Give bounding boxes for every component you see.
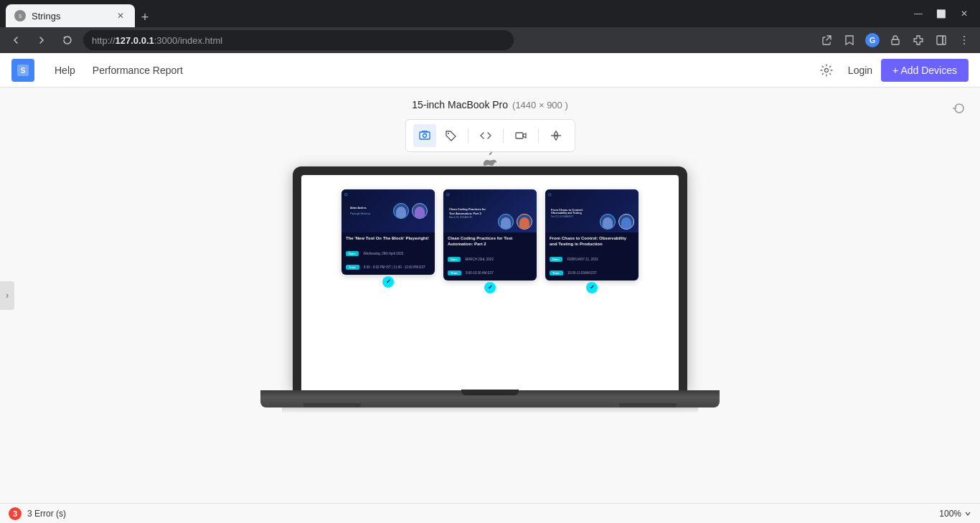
browser-frame: S Strings ✕ + — ⬜ ✕ http://127.0.0.1:300… xyxy=(0,0,980,523)
event-title-1: The 'New Tool On The Block' Playwright! xyxy=(346,236,430,242)
forward-button[interactable] xyxy=(32,30,52,50)
event-card-wrapper-2: ⬡ Clean Coding Practices for Test Automa… xyxy=(443,189,537,288)
event-card-1[interactable]: ⬡ Adam Andres Playwright Workshop xyxy=(341,189,435,275)
svg-point-6 xyxy=(963,39,965,41)
share-icon[interactable] xyxy=(816,30,837,50)
url-text: http://127.0.0.1:3000/index.html xyxy=(92,35,222,46)
extensions-icon[interactable] xyxy=(908,30,928,50)
svg-point-7 xyxy=(963,43,965,44)
tab-close-button[interactable]: ✕ xyxy=(115,10,126,22)
svg-point-11 xyxy=(423,134,426,138)
device-name: 15-inch MacBook Pro xyxy=(412,99,508,110)
zoom-control[interactable]: 100% xyxy=(939,509,971,519)
back-button[interactable] xyxy=(6,30,26,50)
bookmark-icon[interactable] xyxy=(839,30,859,50)
code-tool-button[interactable] xyxy=(474,124,497,147)
speaker-avatar-1b xyxy=(412,203,428,219)
toolbar-divider-1 xyxy=(468,128,468,143)
laptop-base xyxy=(260,390,720,407)
main-area: › 15-inch MacBook Pro (1440 × 900 ) xyxy=(0,88,980,503)
speaker-avatar-1a xyxy=(393,203,409,219)
card-logo-2: ⬡ xyxy=(446,192,449,197)
reload-button[interactable] xyxy=(57,30,77,50)
menu-icon[interactable] xyxy=(954,30,974,50)
event-card-wrapper-1: ⬡ Adam Andres Playwright Workshop xyxy=(341,189,435,282)
laptop-reflection xyxy=(282,407,698,413)
performance-report-nav-link[interactable]: Performance Report xyxy=(84,65,192,76)
screen-content: ⬡ Adam Andres Playwright Workshop xyxy=(301,175,679,390)
event-card-body-1: The 'New Tool On The Block' Playwright! … xyxy=(341,232,435,275)
card-title-2: Clean Coding Practices for xyxy=(449,207,486,211)
browser-window-controls: — ⬜ ✕ xyxy=(908,4,974,24)
refresh-button[interactable] xyxy=(953,102,966,118)
app-content: S Help Performance Report Login + Add De… xyxy=(0,53,980,523)
speaker-avatar-3a xyxy=(600,214,616,230)
error-label: 3 Error (s) xyxy=(27,509,66,519)
event-title-3: From Chaos to Control: Observability and… xyxy=(550,236,634,248)
svg-rect-4 xyxy=(943,36,946,44)
settings-button[interactable] xyxy=(814,57,839,83)
profile-icon[interactable]: G xyxy=(862,30,882,50)
device-dimensions: (1440 × 900 ) xyxy=(512,100,568,110)
restore-button[interactable]: ⬜ xyxy=(931,4,951,24)
video-tool-button[interactable] xyxy=(509,124,532,147)
card-title-3b: Observability and Testing xyxy=(551,212,583,215)
event-time-2: 9:00-10:30 AM EST xyxy=(466,271,494,275)
time-badge-3: Time: xyxy=(550,270,563,275)
sidebar-toggle-button[interactable]: › xyxy=(0,281,14,310)
tab-strip: S Strings ✕ + xyxy=(6,0,905,27)
event-card-2[interactable]: ⬡ Clean Coding Practices for Test Automa… xyxy=(443,189,537,281)
check-icon-2: ✓ xyxy=(484,282,496,293)
address-bar[interactable]: http://127.0.0.1:3000/index.html xyxy=(83,30,514,50)
browser-addressbar: http://127.0.0.1:3000/index.html G xyxy=(0,27,980,53)
help-nav-link[interactable]: Help xyxy=(46,65,84,76)
event-card-body-3: From Chaos to Control: Observability and… xyxy=(545,232,639,281)
date-badge-3: Date: xyxy=(550,257,562,262)
app-logo[interactable]: S xyxy=(11,59,34,82)
svg-rect-10 xyxy=(420,132,430,139)
card-logo-3: ⬡ xyxy=(548,192,551,197)
event-date-1: Wednesday, 26th April 2023 xyxy=(363,252,403,255)
addressbar-icons: G xyxy=(816,30,974,50)
reading-list-icon[interactable] xyxy=(931,30,951,50)
laptop-foot-left xyxy=(303,403,361,407)
toolbar-divider-3 xyxy=(538,128,539,143)
card-date-sub-3: Feb 21 | 10:00 AM EST xyxy=(551,215,583,218)
laptop-screen-inner: ⬡ Adam Andres Playwright Workshop xyxy=(301,175,679,390)
screenshot-tool-button[interactable] xyxy=(413,124,436,147)
app-navbar: S Help Performance Report Login + Add De… xyxy=(0,53,980,88)
tag-tool-button[interactable] xyxy=(439,124,462,147)
event-time-1: 8:30 - 9:30 PM IST | 11:00 - 12:00 PM ES… xyxy=(364,265,425,269)
network-tool-button[interactable] xyxy=(545,124,567,147)
event-date-2: MARCH 23rd, 2023 xyxy=(465,258,493,261)
tab-title: Strings xyxy=(32,11,109,22)
apple-logo xyxy=(484,151,496,169)
laptop-mockup: ⬡ Adam Andres Playwright Workshop xyxy=(260,166,720,413)
event-card-3[interactable]: ⬡ From Chaos to Control: Observability a… xyxy=(545,189,639,281)
event-card-image-1: ⬡ Adam Andres Playwright Workshop xyxy=(341,189,435,232)
card-subtitle-1: Playwright Workshop xyxy=(350,212,393,215)
login-button[interactable]: Login xyxy=(839,60,881,80)
event-title-2: Clean Coding Practices for Test Automati… xyxy=(448,236,532,248)
event-date-3: FEBRUARY 21, 2023 xyxy=(567,258,598,261)
laptop-foot-right xyxy=(619,403,677,407)
zoom-level: 100% xyxy=(939,509,961,519)
speaker-avatar-2b xyxy=(517,214,532,230)
add-devices-button[interactable]: + Add Devices xyxy=(881,59,969,82)
new-tab-button[interactable]: + xyxy=(135,7,155,27)
active-tab[interactable]: S Strings ✕ xyxy=(6,4,135,27)
svg-text:S: S xyxy=(19,14,22,19)
card-logo-1: ⬡ xyxy=(344,192,347,197)
status-bar: 3 3 Error (s) 100% xyxy=(0,503,980,523)
laptop-screen-outer: ⬡ Adam Andres Playwright Workshop xyxy=(293,166,687,390)
error-badge: 3 xyxy=(9,507,22,520)
close-button[interactable]: ✕ xyxy=(954,4,974,24)
svg-point-12 xyxy=(448,133,449,134)
event-time-3: 10:00-11:00AM EST xyxy=(567,271,597,275)
browser-titlebar: S Strings ✕ + — ⬜ ✕ xyxy=(0,0,980,27)
check-icon-1: ✓ xyxy=(382,276,394,288)
zoom-chevron-icon xyxy=(964,510,971,517)
password-manager-icon[interactable] xyxy=(885,30,905,50)
minimize-button[interactable]: — xyxy=(908,4,928,24)
event-card-image-3: ⬡ From Chaos to Control: Observability a… xyxy=(545,189,639,232)
